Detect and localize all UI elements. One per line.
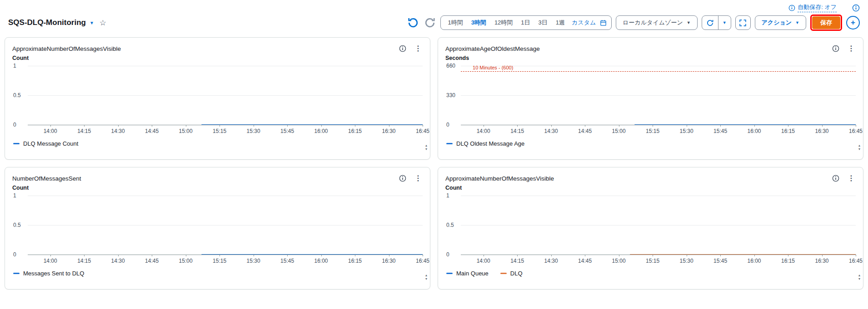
x-tick-mark <box>856 125 856 127</box>
chart-legend: DLQ Message Count <box>13 140 423 147</box>
chart-series <box>28 66 423 125</box>
x-tick-label: 15:30 <box>680 128 693 134</box>
scroll-down-icon[interactable]: ▾ <box>425 277 427 281</box>
x-tick-label: 15:00 <box>179 258 193 264</box>
x-tick-label: 14:45 <box>578 258 592 264</box>
x-axis-ticks: 14:0014:1514:3014:4515:0015:1515:3015:45… <box>461 255 856 265</box>
x-tick-label: 15:00 <box>179 128 193 134</box>
x-tick-label: 16:00 <box>748 128 761 134</box>
y-tick-label: 660 <box>446 63 455 69</box>
x-tick-label: 14:15 <box>77 128 91 134</box>
save-button[interactable]: 保存 <box>812 16 840 29</box>
x-tick-label: 15:30 <box>247 128 260 134</box>
chart-plot-area <box>28 66 423 125</box>
legend-label: DLQ <box>510 270 523 277</box>
legend-item[interactable]: DLQ <box>500 270 523 277</box>
scroll-down-icon[interactable]: ▾ <box>858 277 860 281</box>
timezone-label: ローカルタイムゾーン <box>623 19 683 27</box>
x-tick-label: 16:45 <box>849 128 863 134</box>
legend-item[interactable]: Main Queue <box>446 270 489 277</box>
x-tick-label: 14:30 <box>111 258 125 264</box>
time-range-option[interactable]: 1週 <box>552 19 569 27</box>
y-tick-label: 0.5 <box>13 222 21 228</box>
chart-panel: ApproximateNumberOfMessagesVisible ⋮ Cou… <box>438 167 863 289</box>
x-tick-mark <box>423 125 423 127</box>
info-icon[interactable] <box>852 4 860 12</box>
undo-button[interactable] <box>407 16 419 29</box>
kebab-menu-icon[interactable]: ⋮ <box>414 45 422 52</box>
time-range-option[interactable]: 3日 <box>534 19 552 27</box>
x-tick-label: 14:15 <box>510 258 524 264</box>
y-tick-label: 1 <box>446 192 449 199</box>
info-icon[interactable] <box>832 45 839 52</box>
x-tick-label: 16:00 <box>314 128 328 134</box>
x-tick-label: 15:00 <box>612 128 626 134</box>
legend-item[interactable]: DLQ Oldest Message Age <box>446 140 524 147</box>
time-range-option[interactable]: 3時間 <box>467 19 490 27</box>
y-tick-label: 1 <box>13 192 16 199</box>
legend-color-swatch <box>13 273 20 274</box>
refresh-button[interactable] <box>702 16 718 29</box>
y-tick-label: 0 <box>13 251 16 258</box>
chevron-down-icon[interactable]: ▼ <box>90 20 94 25</box>
x-axis-ticks: 14:0014:1514:3014:4515:0015:1515:3015:45… <box>28 255 423 265</box>
add-widget-button[interactable]: + <box>846 16 860 29</box>
chart-legend: DLQ Oldest Message Age <box>446 140 856 147</box>
x-tick-label: 15:15 <box>213 128 226 134</box>
kebab-menu-icon[interactable]: ⋮ <box>414 175 422 182</box>
info-icon[interactable] <box>399 175 406 182</box>
kebab-menu-icon[interactable]: ⋮ <box>848 175 855 182</box>
chevron-down-icon: ▼ <box>795 20 799 25</box>
x-tick-label: 15:15 <box>646 258 659 264</box>
legend-color-swatch <box>446 273 453 274</box>
legend-scrollers: ▴▾ <box>425 144 427 151</box>
legend-color-swatch <box>500 273 507 274</box>
click-highlight-box: 保存 <box>810 15 842 31</box>
autosave-toggle-link[interactable]: 自動保存: オフ <box>788 3 837 12</box>
info-icon[interactable] <box>832 175 839 182</box>
x-tick-label: 16:45 <box>416 258 429 264</box>
time-range-options: 1時間3時間12時間1日3日1週 <box>444 19 569 27</box>
y-axis-title: Seconds <box>445 55 856 62</box>
time-range-option[interactable]: 1日 <box>517 19 534 27</box>
info-icon[interactable] <box>399 45 406 52</box>
x-tick-label: 14:30 <box>544 258 558 264</box>
x-tick-mark <box>856 255 856 256</box>
scroll-down-icon[interactable]: ▾ <box>425 147 427 151</box>
chart-panel: ApproximateNumberOfMessagesVisible ⋮ Cou… <box>5 37 430 160</box>
chart-legend: Messages Sent to DLQ <box>13 270 423 277</box>
fullscreen-button[interactable] <box>735 15 751 30</box>
x-axis-ticks: 14:0014:1514:3014:4515:0015:1515:3015:45… <box>461 125 856 135</box>
chart-plot-area <box>461 196 856 255</box>
x-tick-label: 16:15 <box>781 128 795 134</box>
x-tick-label: 14:00 <box>477 128 490 134</box>
x-tick-label: 14:00 <box>44 258 57 264</box>
x-tick-label: 15:30 <box>680 258 693 264</box>
x-tick-label: 16:15 <box>781 258 795 264</box>
redo-button[interactable] <box>424 16 436 29</box>
chart-plot-area <box>28 196 423 255</box>
dashboard-grid: ApproximateNumberOfMessagesVisible ⋮ Cou… <box>0 36 868 289</box>
actions-dropdown-button[interactable]: アクション ▼ <box>755 15 806 30</box>
x-tick-label: 15:45 <box>713 258 727 264</box>
time-range-option[interactable]: 12時間 <box>490 19 517 27</box>
legend-item[interactable]: Messages Sent to DLQ <box>13 270 84 277</box>
y-tick-label: 330 <box>446 92 455 98</box>
legend-label: DLQ Oldest Message Age <box>456 140 524 147</box>
y-tick-label: 0 <box>13 122 16 128</box>
scroll-down-icon[interactable]: ▾ <box>858 147 860 151</box>
legend-item[interactable]: DLQ Message Count <box>13 140 78 147</box>
x-tick-label: 16:15 <box>348 258 362 264</box>
chart-legend: Main QueueDLQ <box>446 270 856 277</box>
timezone-dropdown[interactable]: ローカルタイムゾーン ▼ <box>616 15 697 30</box>
custom-time-range[interactable]: カスタム <box>569 19 600 27</box>
dashboard-header: SQS-DLQ-Monitoring ▼ ☆ 1時間3時間12時間1日3日1週 … <box>0 12 868 36</box>
x-tick-label: 15:15 <box>213 258 226 264</box>
favorite-star-icon[interactable]: ☆ <box>100 18 106 28</box>
refresh-options-button[interactable]: ▼ <box>718 16 731 29</box>
x-tick-label: 15:00 <box>612 258 626 264</box>
x-tick-label: 14:00 <box>477 258 490 264</box>
kebab-menu-icon[interactable]: ⋮ <box>848 45 855 52</box>
calendar-icon[interactable] <box>600 20 609 26</box>
time-range-option[interactable]: 1時間 <box>444 19 467 27</box>
